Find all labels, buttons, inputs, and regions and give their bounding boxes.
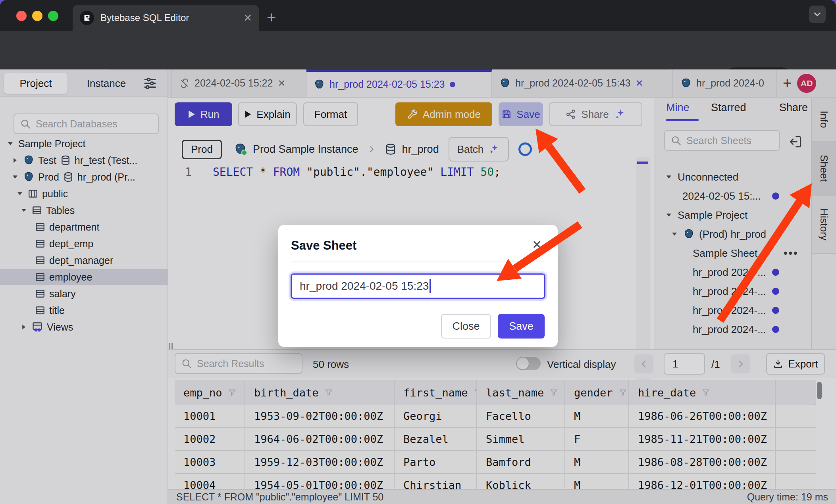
side-tab-history[interactable]: History <box>812 196 836 254</box>
cell-emp_no[interactable]: 10003 <box>175 451 245 473</box>
cell-emp_no[interactable]: 10004 <box>175 474 245 489</box>
sheet-item-hr-prod-2024-[interactable]: hr_prod 2024-... <box>655 301 811 320</box>
side-tab-sheet[interactable]: Sheet <box>812 142 836 196</box>
caret-right-icon[interactable] <box>11 157 19 164</box>
cell-hire_date[interactable]: 1985-11-21T00:00:00Z <box>629 428 776 450</box>
tab-project[interactable]: Project <box>4 73 67 94</box>
window-minimize-button[interactable] <box>32 11 42 21</box>
tree-item-hr-test-test-[interactable]: Testhr_test (Test... <box>0 152 168 169</box>
next-page-button[interactable] <box>731 354 750 373</box>
tree-item-title[interactable]: title <box>0 302 168 319</box>
dialog-save-button[interactable]: Save <box>498 314 545 339</box>
instance-name[interactable]: Prod Sample Instance <box>253 143 358 156</box>
cell-hire_date[interactable]: 1986-08-28T00:00:00Z <box>629 451 776 473</box>
tab-close-icon[interactable]: ✕ <box>277 78 285 89</box>
caret-down-icon[interactable] <box>665 173 673 181</box>
sheet-item-sample-sheet[interactable]: Sample Sheet••• <box>655 244 811 263</box>
table-row[interactable]: 100031959-12-03T00:00:00ZPartoBamfordM19… <box>175 451 816 474</box>
cell-last_name[interactable]: Bamford <box>477 451 565 473</box>
tree-item-hr-prod-pr-[interactable]: Prodhr_prod (Pr... <box>0 169 168 185</box>
browser-tab[interactable]: Bytebase SQL Editor ✕ <box>73 5 259 31</box>
cell-first_name[interactable]: Parto <box>395 451 477 473</box>
filter-sliders-icon[interactable] <box>142 76 158 91</box>
caret-down-icon[interactable] <box>16 190 24 197</box>
cell-birth_date[interactable]: 1959-12-03T00:00:00Z <box>245 451 395 473</box>
sheet-item-hr-prod-2024-[interactable]: hr_prod 2024-... <box>655 320 811 339</box>
search-results-input[interactable]: Search Results <box>175 353 302 374</box>
caret-down-icon[interactable] <box>670 231 678 238</box>
cell-last_name[interactable]: Facello <box>477 405 565 427</box>
cell-gender[interactable]: M <box>565 474 629 489</box>
tree-item-public[interactable]: public <box>0 185 168 202</box>
caret-right-icon[interactable] <box>20 323 28 331</box>
cell-emp_no[interactable]: 10001 <box>175 405 245 427</box>
cell-first_name[interactable]: Chirstian <box>395 474 477 489</box>
database-name[interactable]: hr_prod <box>402 143 439 156</box>
column-header-gender[interactable]: gender <box>565 380 629 405</box>
dialog-close-icon[interactable]: ✕ <box>532 238 542 252</box>
page-number-input[interactable]: 1 <box>664 353 705 375</box>
sql-code-line[interactable]: SELECT * FROM "public"."employee" LIMIT … <box>213 165 501 179</box>
environment-badge[interactable]: Prod <box>182 140 222 159</box>
tab-close-icon[interactable]: ✕ <box>636 78 643 89</box>
batch-button[interactable]: Batch <box>449 137 509 162</box>
editor-tab-1[interactable]: 2024-02-05 15:22✕ <box>171 69 306 97</box>
cell-birth_date[interactable]: 1954-05-01T00:00:00Z <box>245 474 395 489</box>
search-databases-input[interactable]: Search Databases <box>13 113 159 134</box>
column-header-emp_no[interactable]: emp_no <box>175 380 245 405</box>
sheet-item-hr-prod-2024-[interactable]: hr_prod 2024-... <box>655 263 811 282</box>
share-button[interactable]: Share <box>549 102 642 126</box>
table-row[interactable]: 100021964-06-02T00:00:00ZBezalelSimmelF1… <box>175 428 816 451</box>
editor-tab-4[interactable]: hr_prod 2024-0 <box>673 69 777 97</box>
caret-down-icon[interactable] <box>11 173 19 181</box>
explain-button[interactable]: Explain <box>238 102 297 126</box>
cell-emp_no[interactable]: 10002 <box>175 428 245 450</box>
export-button[interactable]: Export <box>766 353 825 375</box>
new-tab-button[interactable]: + <box>267 9 276 27</box>
tab-mine[interactable]: Mine <box>666 102 690 114</box>
tab-starred[interactable]: Starred <box>711 102 746 114</box>
tree-item-dept-emp[interactable]: dept_emp <box>0 235 168 252</box>
cell-last_name[interactable]: Simmel <box>477 428 565 450</box>
sheet-item-hr-prod-2024-[interactable]: hr_prod 2024-... <box>655 282 811 301</box>
tree-item-tables[interactable]: Tables <box>0 202 168 219</box>
cell-hire_date[interactable]: 1986-06-26T00:00:00Z <box>629 405 776 427</box>
caret-down-icon[interactable] <box>665 212 673 219</box>
editor-tab-3[interactable]: hr_prod 2024-02-05 15:43✕ <box>492 69 673 97</box>
dialog-close-button[interactable]: Close <box>441 314 491 339</box>
caret-down-icon[interactable] <box>6 140 14 147</box>
sheet-name-input[interactable]: hr_prod 2024-02-05 15:23 <box>291 273 545 299</box>
tree-item-sample-project[interactable]: Sample Project <box>0 135 168 152</box>
sheet-group-sample-project[interactable]: Sample Project <box>655 206 811 225</box>
tree-item-employee[interactable]: employee <box>0 269 168 285</box>
run-button[interactable]: Run <box>175 102 232 126</box>
window-zoom-button[interactable] <box>48 11 58 21</box>
format-button[interactable]: Format <box>303 102 358 126</box>
tree-item-salary[interactable]: salary <box>0 285 168 302</box>
editor-tab-2-active[interactable]: hr_prod 2024-02-05 15:23 <box>306 69 492 97</box>
cell-first_name[interactable]: Georgi <box>395 405 477 427</box>
cell-gender[interactable]: F <box>565 428 629 450</box>
sheet-group--prod-hr-prod[interactable]: (Prod) hr_prod <box>655 225 811 244</box>
tab-search-button[interactable] <box>809 6 826 23</box>
cell-first_name[interactable]: Bezalel <box>395 428 477 450</box>
cell-gender[interactable]: M <box>565 451 629 473</box>
table-row[interactable]: 100041954-05-01T00:00:00ZChirstianKoblic… <box>175 474 816 489</box>
table-scrollbar[interactable] <box>816 380 823 489</box>
tab-close-icon[interactable]: ✕ <box>243 12 252 24</box>
add-sheet-button[interactable]: + <box>783 75 792 92</box>
sheet-item-2024-02-05-15-[interactable]: 2024-02-05 15:... <box>655 187 811 206</box>
column-header-first_name[interactable]: first_name <box>395 380 477 405</box>
prev-page-button[interactable] <box>634 354 653 373</box>
collapse-panel-icon[interactable] <box>788 134 803 149</box>
side-tab-info[interactable]: Info <box>812 98 836 142</box>
tree-item-dept-manager[interactable]: dept_manager <box>0 252 168 269</box>
column-header-hire_date[interactable]: hire_date <box>629 380 776 405</box>
tree-item-views[interactable]: Views <box>0 319 168 335</box>
cell-gender[interactable]: M <box>565 405 629 427</box>
tree-item-department[interactable]: department <box>0 219 168 235</box>
editor-scroll-ruler[interactable] <box>636 157 650 419</box>
column-header-last_name[interactable]: last_name <box>477 380 565 405</box>
save-button[interactable]: Save <box>499 102 543 126</box>
sheet-group-unconnected[interactable]: Unconnected <box>655 167 811 187</box>
